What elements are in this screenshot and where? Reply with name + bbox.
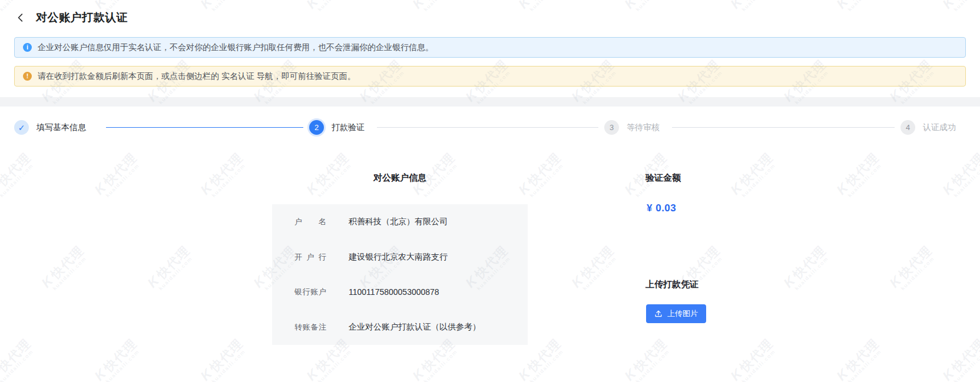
step-label: 打款验证	[332, 122, 365, 133]
step-number: 4	[900, 120, 915, 135]
title-row: 对公账户打款认证	[15, 10, 128, 25]
step-number: 3	[604, 120, 619, 135]
step-label: 填写基本信息	[37, 122, 86, 133]
row-value: 积善科技（北京）有限公司	[349, 217, 448, 227]
row-value: 建设银行北京农大南路支行	[349, 252, 448, 263]
warning-icon: !	[23, 72, 32, 81]
chevron-left-icon	[16, 14, 25, 22]
row-label: 转账备注	[294, 322, 326, 333]
step-connector	[377, 127, 598, 128]
row-label: 户名	[294, 217, 326, 227]
row-label: 银行账户	[294, 287, 326, 297]
verify-amount-value: ¥ 0.03	[647, 202, 676, 214]
step-connector	[672, 127, 895, 128]
row-value: 企业对公账户打款认证（以供参考）	[349, 322, 481, 333]
warning-banner-text: 请在收到打款金额后刷新本页面，或点击侧边栏的 实名认证 导航，即可前往验证页面。	[38, 71, 356, 82]
upload-icon	[654, 310, 663, 318]
table-row: 开户行 建设银行北京农大南路支行	[272, 240, 528, 275]
upload-button-label: 上传图片	[667, 308, 698, 319]
section-divider	[0, 97, 980, 107]
step-check-icon: ✓	[14, 120, 29, 135]
upload-voucher-title: 上传打款凭证	[645, 279, 698, 290]
step-label: 等待审核	[627, 122, 660, 133]
row-value: 11001175800053000878	[349, 287, 439, 297]
step-label: 认证成功	[923, 122, 956, 133]
info-banner: i 企业对公账户信息仅用于实名认证，不会对你的企业银行账户扣取任何费用，也不会泄…	[14, 37, 966, 58]
back-button[interactable]	[15, 12, 26, 23]
warning-banner: ! 请在收到打款金额后刷新本页面，或点击侧边栏的 实名认证 导航，即可前往验证页…	[14, 66, 966, 87]
step-number: 2	[309, 120, 324, 135]
page-header: 对公账户打款认证 i 企业对公账户信息仅用于实名认证，不会对你的企业银行账户扣取…	[0, 0, 980, 97]
step-connector	[106, 127, 303, 128]
table-row: 银行账户 11001175800053000878	[272, 275, 528, 310]
step-auth-success: 4 认证成功	[900, 120, 956, 135]
info-banner-text: 企业对公账户信息仅用于实名认证，不会对你的企业银行账户扣取任何费用，也不会泄漏你…	[38, 42, 433, 53]
row-label: 开户行	[294, 252, 326, 263]
info-icon: i	[23, 43, 32, 52]
account-info-table: 户名 积善科技（北京）有限公司 开户行 建设银行北京农大南路支行 银行账户 11…	[272, 204, 528, 345]
table-row: 户名 积善科技（北京）有限公司	[272, 204, 528, 240]
main-card: ✓ 填写基本信息 2 打款验证 3 等待审核 4 认证成功 对公账户信息 户名 …	[6, 107, 974, 382]
step-wait-review: 3 等待审核	[604, 120, 660, 135]
verify-amount-title: 验证金额	[645, 172, 681, 184]
step-payment-verify: 2 打款验证	[309, 120, 365, 135]
table-row: 转账备注 企业对公账户打款认证（以供参考）	[272, 310, 528, 345]
step-fill-basic-info: ✓ 填写基本信息	[14, 120, 86, 135]
upload-image-button[interactable]: 上传图片	[646, 304, 706, 323]
account-info-title: 对公账户信息	[272, 172, 528, 184]
page-title: 对公账户打款认证	[36, 10, 128, 25]
